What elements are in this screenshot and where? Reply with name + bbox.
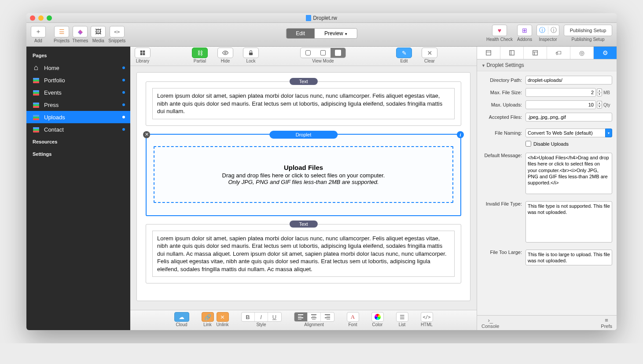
svg-point-0 — [224, 52, 226, 54]
max-uploads-input[interactable] — [525, 100, 596, 109]
sidebar-item-home[interactable]: Home — [26, 62, 130, 74]
align-center-button[interactable] — [308, 313, 321, 321]
sidebar-item-contact[interactable]: Contact — [26, 123, 130, 136]
file-too-large-textarea[interactable] — [525, 250, 612, 266]
info-icon[interactable]: i — [457, 131, 464, 138]
addons-button[interactable]: ⊞Addons — [517, 25, 532, 42]
list-button[interactable]: ☰List — [396, 312, 408, 327]
drop-line-2: Only JPG, PNG and GIF files less-than 2M… — [159, 179, 448, 185]
media-button[interactable]: 🖼Media — [91, 26, 106, 43]
inspector-tabs: 🏷 ◎ ⚙ — [477, 47, 617, 59]
view-mode-2-button[interactable] — [316, 48, 331, 58]
default-message-textarea[interactable] — [525, 153, 612, 194]
add-button[interactable]: ＋Add — [31, 26, 46, 43]
unlink-button[interactable]: ⨯Unlink — [217, 312, 229, 327]
max-uploads-stepper[interactable]: ▲▼ — [597, 101, 602, 109]
view-mode-1-button[interactable] — [301, 48, 316, 58]
partial-button[interactable]: ⛓Partial — [192, 48, 208, 63]
zoom-window-button[interactable] — [47, 15, 52, 21]
snippets-button[interactable]: <>Snippets — [108, 26, 125, 43]
max-file-size-label: Max. File Size: — [477, 90, 525, 95]
tag-icon: 🏷 — [555, 49, 562, 56]
clear-button[interactable]: ✕Clear — [422, 48, 437, 63]
cloud-button[interactable]: ☁Cloud — [174, 312, 189, 327]
svg-rect-1 — [249, 52, 253, 55]
publishing-setup-button[interactable]: Publishing Setup Publishing Setup — [564, 25, 612, 42]
canvas-scroll[interactable]: Text Lorem ipsum dolor sit amet, sapien … — [130, 66, 477, 310]
inspector-tab-3[interactable] — [524, 47, 547, 59]
lock-button[interactable]: Lock — [243, 48, 259, 63]
unsaved-dot-icon — [122, 128, 125, 131]
max-file-size-input[interactable] — [525, 88, 596, 97]
file-naming-dropdown-button[interactable]: ▾ — [605, 129, 612, 137]
droplet-stack[interactable]: ✕ i Droplet Upload Files Drag and drop f… — [146, 134, 461, 216]
svg-rect-4 — [510, 51, 514, 55]
link-button[interactable]: 🔗Link — [202, 312, 214, 327]
sidebar-resources-header[interactable]: Resources — [26, 136, 130, 148]
inspector-tab-5[interactable]: ◎ — [570, 47, 594, 59]
italic-button[interactable]: I — [255, 313, 268, 321]
alignment-group: Alignment — [294, 312, 334, 327]
health-check-button[interactable]: ♥Health Check — [486, 25, 513, 42]
bold-button[interactable]: B — [242, 313, 255, 321]
html-button[interactable]: </>HTML — [421, 312, 433, 327]
inspector-tab-1[interactable] — [477, 47, 500, 59]
hide-button[interactable]: Hide — [217, 48, 233, 63]
library-button[interactable]: Library — [135, 48, 151, 63]
accepted-files-input[interactable] — [525, 113, 612, 121]
edit-stack-button[interactable]: ✎Edit — [396, 48, 412, 63]
close-window-button[interactable] — [30, 15, 35, 21]
inspector-body[interactable]: Directory Path: Max. File Size: ▲▼ MB Ma… — [477, 71, 617, 315]
text-content[interactable]: Lorem ipsum dolor sit amet, sapien plate… — [152, 231, 455, 277]
prefs-button[interactable]: ≡Prefs — [601, 317, 612, 329]
drop-title: Upload Files — [159, 164, 448, 171]
inspector-tab-settings[interactable]: ⚙ — [594, 47, 617, 59]
inspector-tab-2[interactable] — [500, 47, 524, 59]
inspector-tab-4[interactable]: 🏷 — [547, 47, 570, 59]
edit-preview-segment: Edit Preview▾ — [286, 28, 357, 39]
preview-mode-button[interactable]: Preview▾ — [315, 29, 357, 38]
upload-drop-zone[interactable]: Upload Files Drag and drop files here or… — [154, 146, 453, 203]
window-title-text: Droplet.rw — [313, 15, 337, 21]
main-toolbar: ＋Add ☰Projects ◆Themes 🖼Media <>Snippets… — [26, 23, 617, 47]
stacks-icon — [33, 126, 40, 133]
inspector-section-header[interactable]: Droplet Settings — [477, 59, 617, 71]
console-icon: ›_ — [488, 317, 493, 324]
view-mode-3-button[interactable] — [331, 48, 345, 58]
stacks-icon — [33, 89, 40, 96]
sidebar-item-events[interactable]: Events — [26, 86, 130, 99]
traffic-lights — [30, 15, 52, 21]
sidebar-settings-header[interactable]: Settings — [26, 148, 130, 160]
editor-toolbar: Library ⛓Partial Hide Lock View Mode ✎Ed… — [130, 47, 477, 66]
sidebar-item-uploads[interactable]: Uploads — [26, 111, 130, 123]
disable-uploads-checkbox[interactable] — [525, 141, 531, 147]
directory-path-input[interactable] — [525, 76, 612, 85]
close-icon[interactable]: ✕ — [143, 131, 150, 138]
invalid-file-type-label: Invalid File Type: — [477, 201, 525, 206]
sidebar-item-portfolio[interactable]: Portfolio — [26, 74, 130, 86]
color-button[interactable]: Color — [371, 312, 384, 327]
unsaved-dot-icon — [122, 91, 125, 94]
stacks-icon — [33, 77, 40, 84]
sidebar-item-press[interactable]: Press — [26, 99, 130, 111]
underline-button[interactable]: U — [268, 313, 281, 321]
invalid-file-type-textarea[interactable] — [525, 201, 612, 243]
console-button[interactable]: ›_Console — [481, 317, 499, 329]
font-button[interactable]: AFont — [347, 312, 359, 327]
gear-icon: ⚙ — [603, 49, 608, 56]
text-stack-1[interactable]: Text Lorem ipsum dolor sit amet, sapien … — [146, 81, 461, 126]
projects-button[interactable]: ☰Projects — [54, 26, 70, 43]
align-left-button[interactable] — [294, 313, 308, 321]
align-right-button[interactable] — [321, 313, 334, 321]
max-file-size-stepper[interactable]: ▲▼ — [597, 88, 602, 96]
editor-pane: Library ⛓Partial Hide Lock View Mode ✎Ed… — [130, 47, 477, 330]
sidebar-item-label: Home — [44, 65, 59, 71]
mb-unit-label: MB — [603, 90, 612, 95]
text-stack-2[interactable]: Text Lorem ipsum dolor sit amet, sapien … — [146, 224, 461, 284]
minimize-window-button[interactable] — [38, 15, 44, 21]
file-naming-select[interactable] — [525, 129, 606, 137]
inspector-toggle[interactable]: ⓘⓘ Inspector — [536, 25, 559, 42]
edit-mode-button[interactable]: Edit — [286, 29, 315, 38]
text-content[interactable]: Lorem ipsum dolor sit amet, sapien plate… — [152, 88, 455, 119]
themes-button[interactable]: ◆Themes — [72, 26, 88, 43]
